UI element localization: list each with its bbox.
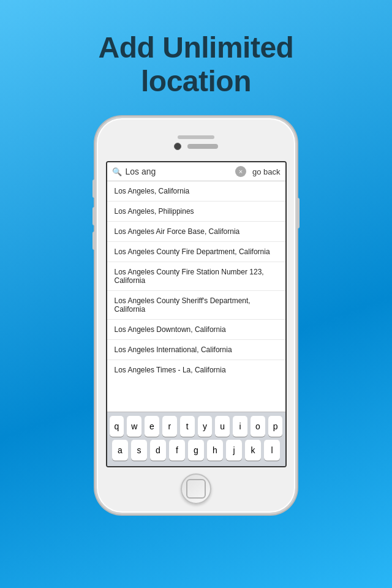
result-item[interactable]: Los Angeles Times - La, California [107, 360, 285, 380]
result-item[interactable]: Los Angeles County Fire Department, Cali… [107, 242, 285, 262]
key-p[interactable]: p [268, 416, 283, 437]
result-item[interactable]: Los Angeles, Philippines [107, 202, 285, 222]
key-j[interactable]: j [226, 440, 242, 461]
search-bar: 🔍 Los ang × go back [107, 162, 285, 181]
key-l[interactable]: l [264, 440, 280, 461]
key-e[interactable]: e [145, 416, 159, 437]
results-list: Los Angeles, CaliforniaLos Angeles, Phil… [107, 181, 285, 412]
key-a[interactable]: a [112, 440, 128, 461]
headline-line1: Add Unlimited [99, 31, 294, 64]
keyboard-row-1: qwertyuiop [110, 416, 283, 437]
search-icon: 🔍 [112, 167, 122, 176]
search-input[interactable]: Los ang [126, 167, 232, 176]
key-w[interactable]: w [127, 416, 141, 437]
speaker-bar [178, 135, 214, 139]
keyboard: qwertyuiop asdfghjkl [107, 412, 285, 466]
key-o[interactable]: o [251, 416, 265, 437]
phone-screen: 🔍 Los ang × go back Los Angeles, Califor… [106, 161, 287, 467]
result-item[interactable]: Los Angeles Air Force Base, California [107, 222, 285, 242]
headline-line2: location [141, 65, 251, 97]
key-g[interactable]: g [188, 440, 204, 461]
result-item[interactable]: Los Angeles International, California [107, 340, 285, 360]
keyboard-row-2: asdfghjkl [110, 440, 283, 461]
phone-top [97, 118, 295, 161]
headline: Add Unlimited location [99, 31, 294, 98]
key-s[interactable]: s [131, 440, 147, 461]
phone-shell: 🔍 Los ang × go back Los Angeles, Califor… [95, 116, 297, 514]
home-button[interactable] [181, 473, 211, 504]
key-d[interactable]: d [150, 440, 166, 461]
clear-button[interactable]: × [235, 166, 246, 177]
home-button-inner [186, 479, 206, 499]
key-q[interactable]: q [110, 416, 124, 437]
result-item[interactable]: Los Angeles County Fire Station Number 1… [107, 262, 285, 291]
key-y[interactable]: y [198, 416, 213, 437]
result-item[interactable]: Los Angeles Downtown, California [107, 320, 285, 340]
go-back-button[interactable]: go back [250, 167, 281, 176]
key-i[interactable]: i [233, 416, 247, 437]
camera-dot [174, 143, 181, 150]
key-r[interactable]: r [162, 416, 177, 437]
result-item[interactable]: Los Angeles, California [107, 181, 285, 202]
key-t[interactable]: t [180, 416, 195, 437]
key-k[interactable]: k [245, 440, 261, 461]
earpiece [187, 144, 218, 149]
key-f[interactable]: f [169, 440, 185, 461]
camera-row [174, 143, 218, 150]
key-u[interactable]: u [215, 416, 230, 437]
key-h[interactable]: h [207, 440, 223, 461]
result-item[interactable]: Los Angeles County Sheriff's Department,… [107, 291, 285, 320]
